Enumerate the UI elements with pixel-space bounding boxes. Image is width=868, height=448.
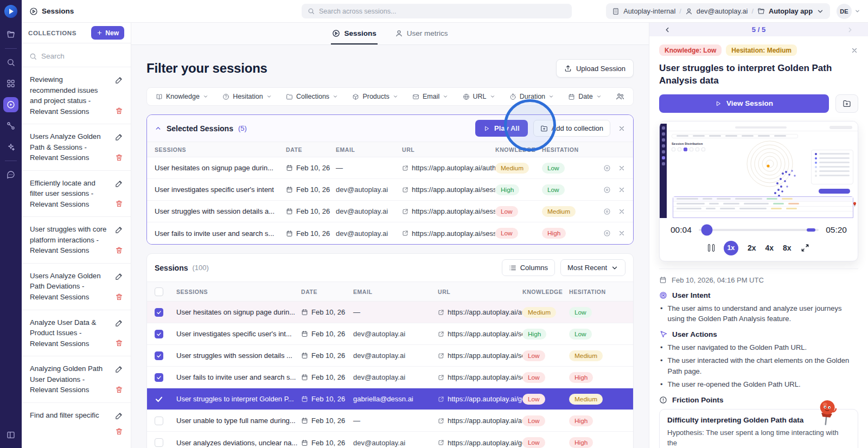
close-detail-icon[interactable] [851,47,858,54]
remove-row-icon[interactable] [618,186,626,194]
collections-search-input[interactable]: Search [22,43,131,67]
panel-toggle-icon[interactable] [3,427,18,443]
collection-item[interactable]: Reviewing recommended issues and project… [22,67,131,124]
sort-dropdown[interactable]: Most Recent [560,259,626,276]
sessions-nav-icon[interactable] [3,97,18,112]
speed-2x[interactable]: 2x [748,244,756,252]
filter-email[interactable]: Email [412,93,448,100]
collapse-caret-icon[interactable] [155,125,162,132]
edit-collection-icon[interactable] [115,180,123,188]
add-session-to-collection-button[interactable] [835,94,858,113]
select-all-checkbox[interactable] [155,287,163,296]
progress-knob[interactable] [701,224,713,235]
collection-item[interactable]: Users Analyze Golden Path Deviations - R… [22,263,131,310]
view-row-icon[interactable] [603,186,611,194]
collection-item[interactable]: User struggles with core platform intera… [22,216,131,263]
filter-hesitation[interactable]: Hesitation [222,93,272,100]
selected-session-row[interactable]: User fails to invite user and search s..… [147,222,633,244]
breadcrumb-project[interactable]: Autoplay app [769,7,813,15]
collection-item[interactable]: Efficiently locate and filter user sessi… [22,170,131,217]
delete-collection-icon[interactable] [115,427,123,436]
flows-icon[interactable] [3,118,18,133]
avatar[interactable]: DE [837,4,852,19]
users-filter-icon[interactable] [616,92,624,101]
session-row[interactable]: User unable to type full name during...F… [147,410,633,432]
filter-url[interactable]: URL [463,93,495,100]
filter-knowledge[interactable]: Knowledge [156,93,208,100]
session-row[interactable]: User struggles with session details ...F… [147,345,633,367]
session-row[interactable]: User struggles to interpret Golden P...F… [147,388,633,410]
progress-track[interactable] [699,229,819,231]
speed-1x[interactable]: 1x [724,241,738,255]
play-all-button[interactable]: Play All [475,120,527,137]
remove-row-icon[interactable] [618,164,626,172]
speed-4x[interactable]: 4x [765,244,774,252]
new-collection-button[interactable]: New [91,26,124,40]
delete-collection-icon[interactable] [115,107,123,115]
global-search-input[interactable]: Search across sessions... [302,4,572,18]
dashboard-icon[interactable] [3,76,18,91]
view-session-button[interactable]: View Session [659,94,829,113]
session-row[interactable]: User fails to invite user and search s..… [147,367,633,388]
pause-button[interactable] [708,244,714,252]
breadcrumb-org[interactable]: Autoplay-internal [623,7,675,15]
collection-item[interactable]: Analyze User Data & Product Issues - Rel… [22,310,131,356]
projects-folder-icon[interactable] [3,27,18,42]
tab-user-metrics[interactable]: User metrics [394,23,449,44]
filter-collections[interactable]: Collections [286,93,338,100]
view-row-icon[interactable] [603,208,611,215]
session-row[interactable]: User investigates specific user's int...… [147,323,633,345]
collection-item[interactable]: Find and filter specific [22,402,131,444]
remove-row-icon[interactable] [618,229,626,237]
row-checkbox[interactable] [155,373,163,382]
selected-session-row[interactable]: User struggles with session details a...… [147,201,633,222]
view-row-icon[interactable] [603,229,611,237]
upload-session-button[interactable]: Upload Session [556,59,634,78]
speed-8x[interactable]: 8x [783,244,792,252]
delete-collection-icon[interactable] [115,386,123,394]
row-checkbox[interactable] [155,438,163,447]
session-row[interactable]: User hesitates on signup page durin...Fe… [147,302,633,323]
edit-collection-icon[interactable] [115,412,123,420]
close-selected-panel-icon[interactable] [618,125,626,132]
fullscreen-icon[interactable] [801,244,809,252]
filter-products[interactable]: Products [352,93,398,100]
sparkles-icon[interactable] [3,139,18,155]
selected-session-row[interactable]: User investigates specific user's intent… [147,179,633,201]
search-icon[interactable] [3,55,18,70]
edit-collection-icon[interactable] [115,76,123,84]
edit-collection-icon[interactable] [115,319,123,327]
row-checkbox[interactable] [155,417,163,425]
chat-icon[interactable] [3,167,18,182]
collection-item[interactable]: Analyzing Golden Path User Deviations - … [22,356,131,402]
app-logo-icon[interactable] [4,5,17,18]
filter-duration[interactable]: Duration [509,93,554,100]
edit-collection-icon[interactable] [115,365,123,373]
breadcrumb[interactable]: Autoplay-internal / dev@autoplay.ai / Au… [606,3,830,19]
collection-item[interactable]: Users Analyze Golden Path & Sessions - R… [22,124,131,170]
delete-collection-icon[interactable] [115,153,123,162]
delete-collection-icon[interactable] [115,200,123,208]
row-checkbox[interactable] [155,308,163,317]
add-to-collection-button[interactable]: Add to collection [533,120,610,137]
selected-session-row[interactable]: User hesitates on signup page durin...Fe… [147,157,633,179]
columns-button[interactable]: Columns [502,259,555,276]
session-video-preview[interactable]: Session Distribution [660,121,858,218]
prev-session-icon[interactable] [663,26,671,34]
edit-collection-icon[interactable] [115,133,123,141]
edit-collection-icon[interactable] [115,272,123,280]
delete-collection-icon[interactable] [115,246,123,254]
delete-collection-icon[interactable] [115,293,123,301]
session-row[interactable]: User analyzes deviations, unclear na...F… [147,432,633,448]
row-checkbox[interactable] [155,395,163,404]
row-checkbox[interactable] [155,330,163,338]
remove-row-icon[interactable] [618,208,626,215]
account-menu[interactable]: DE [837,4,860,19]
view-row-icon[interactable] [603,164,611,172]
next-session-icon[interactable] [846,26,854,34]
edit-collection-icon[interactable] [115,226,123,234]
tab-sessions[interactable]: Sessions [331,23,377,44]
filter-date[interactable]: Date [568,93,601,100]
delete-collection-icon[interactable] [115,339,123,347]
row-checkbox[interactable] [155,351,163,360]
